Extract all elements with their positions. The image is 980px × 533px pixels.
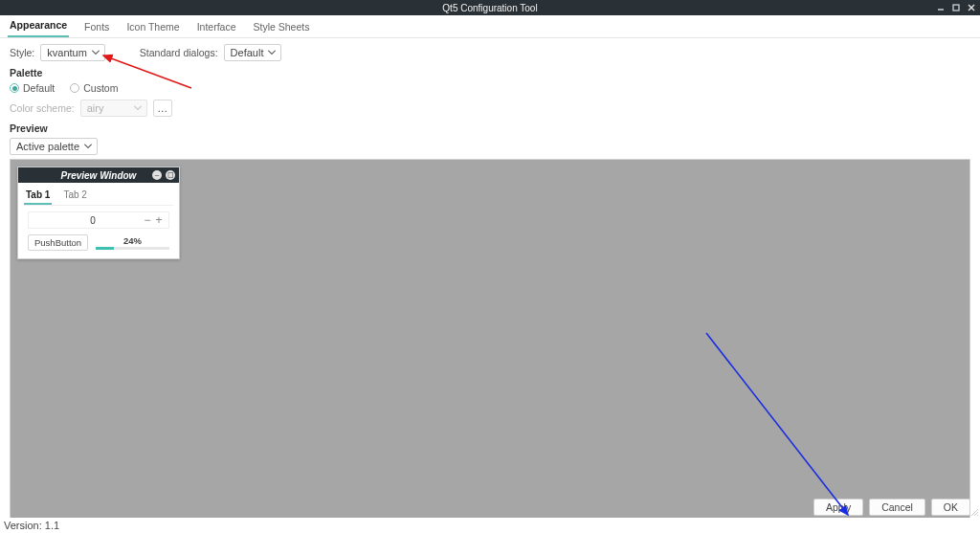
style-label: Style: bbox=[10, 47, 34, 58]
appearance-panel: Style: kvantum Standard dialogs: Default… bbox=[0, 38, 980, 522]
apply-button[interactable]: Apply bbox=[813, 499, 863, 516]
palette-heading: Palette bbox=[10, 67, 970, 78]
preview-spinbox-value: 0 bbox=[44, 215, 142, 226]
preview-push-button[interactable]: PushButton bbox=[28, 234, 88, 251]
ellipsis-icon: … bbox=[157, 102, 167, 114]
chevron-down-icon bbox=[268, 51, 276, 56]
color-scheme-label: Color scheme: bbox=[10, 102, 75, 114]
status-bar: Version: 1.1 bbox=[0, 518, 980, 533]
window-controls bbox=[936, 0, 976, 15]
chevron-down-icon bbox=[84, 144, 92, 149]
tab-interface[interactable]: Interface bbox=[195, 17, 238, 37]
preview-spin-up-icon[interactable]: + bbox=[153, 214, 165, 226]
standard-dialogs-value: Default bbox=[231, 47, 264, 58]
preview-canvas: Preview Window – ◻ Tab 1 Tab 2 0 − bbox=[10, 159, 970, 519]
palette-default-radio[interactable]: Default bbox=[10, 82, 55, 94]
preview-tab-2[interactable]: Tab 2 bbox=[61, 187, 88, 205]
resize-grip-icon[interactable] bbox=[969, 506, 978, 516]
preview-window: Preview Window – ◻ Tab 1 Tab 2 0 − bbox=[17, 167, 180, 259]
ok-button[interactable]: OK bbox=[931, 499, 970, 516]
minimize-icon[interactable] bbox=[936, 3, 946, 12]
palette-custom-label: Custom bbox=[83, 82, 118, 94]
standard-dialogs-combobox[interactable]: Default bbox=[224, 44, 282, 61]
svg-rect-1 bbox=[953, 5, 959, 11]
main-tabs: Appearance Fonts Icon Theme Interface St… bbox=[0, 15, 980, 38]
chevron-down-icon bbox=[92, 51, 100, 56]
preview-heading: Preview bbox=[10, 122, 970, 134]
window-title: Qt5 Configuration Tool bbox=[442, 3, 537, 13]
preview-spinbox[interactable]: 0 − + bbox=[28, 211, 169, 229]
version-label: Version: 1.1 bbox=[4, 520, 59, 531]
preview-palette-combobox[interactable]: Active palette bbox=[10, 138, 98, 155]
preview-minimize-icon[interactable]: – bbox=[152, 170, 162, 180]
tab-style-sheets[interactable]: Style Sheets bbox=[252, 17, 312, 37]
preview-window-titlebar: Preview Window – ◻ bbox=[18, 167, 179, 183]
palette-custom-radio[interactable]: Custom bbox=[70, 82, 118, 94]
preview-progress-bar: 24% bbox=[96, 236, 169, 250]
color-scheme-browse-button: … bbox=[153, 100, 172, 117]
tab-icon-theme[interactable]: Icon Theme bbox=[124, 17, 181, 37]
titlebar: Qt5 Configuration Tool bbox=[0, 0, 980, 15]
tab-appearance[interactable]: Appearance bbox=[8, 15, 69, 37]
preview-window-title: Preview Window bbox=[61, 170, 137, 181]
preview-tab-1[interactable]: Tab 1 bbox=[24, 187, 52, 205]
preview-spin-down-icon[interactable]: − bbox=[142, 214, 153, 226]
style-combobox[interactable]: kvantum bbox=[40, 44, 105, 61]
preview-tabs: Tab 1 Tab 2 bbox=[24, 187, 173, 206]
color-scheme-combobox: airy bbox=[80, 100, 147, 117]
preview-maximize-icon[interactable]: ◻ bbox=[166, 170, 175, 180]
tab-fonts[interactable]: Fonts bbox=[82, 17, 111, 37]
style-value: kvantum bbox=[47, 47, 87, 58]
standard-dialogs-label: Standard dialogs: bbox=[140, 47, 218, 58]
maximize-icon[interactable] bbox=[951, 3, 961, 12]
color-scheme-value: airy bbox=[87, 102, 104, 114]
close-icon[interactable] bbox=[967, 3, 976, 12]
svg-line-6 bbox=[977, 515, 978, 516]
preview-palette-value: Active palette bbox=[16, 141, 79, 152]
chevron-down-icon bbox=[134, 106, 142, 111]
palette-default-label: Default bbox=[23, 82, 55, 94]
dialog-button-bar: Apply Cancel OK bbox=[0, 497, 980, 518]
preview-progress-label: 24% bbox=[96, 235, 169, 246]
cancel-button[interactable]: Cancel bbox=[869, 499, 925, 516]
